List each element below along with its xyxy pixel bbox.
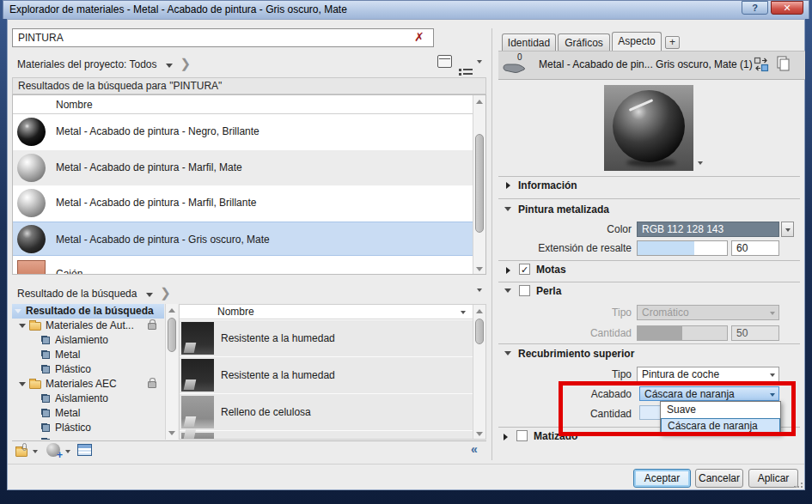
table-row[interactable]: Metal - Acabado de pintura - Marfil, Bri… <box>13 185 473 222</box>
library-dropdown[interactable]: Resultado de la búsqueda ❯ <box>17 285 171 301</box>
expander-icon[interactable] <box>504 351 511 355</box>
project-materials-dropdown[interactable]: Materiales del proyecto: Todos ❯ <box>17 56 191 71</box>
collapse-panel-icon[interactable]: « <box>471 442 478 456</box>
tree-item-search-result[interactable]: Resultado de la búsqueda <box>12 304 164 319</box>
tree-item-class[interactable]: Aislamiento <box>12 333 164 348</box>
dropdown-option-suave[interactable]: Suave <box>661 402 780 418</box>
color-dropdown-button[interactable] <box>781 222 794 237</box>
close-button[interactable]: ✕ <box>771 1 803 15</box>
list-item-partial[interactable] <box>180 431 473 440</box>
expander-icon[interactable] <box>504 288 511 293</box>
tree-scrollbar[interactable] <box>165 304 178 440</box>
add-tab-button[interactable]: + <box>665 36 680 49</box>
expander-icon[interactable] <box>19 324 26 328</box>
cancel-button[interactable]: Cancelar <box>695 469 743 488</box>
table-row[interactable]: Cajón <box>13 257 473 275</box>
section-matizado[interactable]: Matizado <box>534 430 577 442</box>
expander-icon[interactable] <box>19 382 26 386</box>
list-scrollbar[interactable] <box>473 305 485 440</box>
list-item[interactable]: Resistente a la humedad <box>180 320 473 356</box>
scroll-down-icon[interactable] <box>476 267 483 271</box>
topcoat-type-combobox[interactable]: Pintura de coche <box>637 367 779 382</box>
material-preview[interactable] <box>604 85 693 171</box>
tree-item-class[interactable]: Plástico <box>12 421 164 435</box>
table-row[interactable]: Metal - Acabado de pintura - Negro, Bril… <box>13 114 473 150</box>
scroll-up-icon[interactable] <box>476 100 483 104</box>
column-header-nombre[interactable]: Nombre <box>180 305 473 319</box>
scroll-up-icon[interactable] <box>476 309 483 313</box>
swap-material-icon[interactable] <box>754 57 769 72</box>
tree-item-folder[interactable]: Materiales AEC <box>12 377 164 392</box>
tree-item-class[interactable]: Plástico <box>12 362 164 377</box>
expander-icon[interactable] <box>506 182 510 189</box>
material-class-icon <box>41 365 50 373</box>
highlight-extension-value[interactable]: 60 <box>731 240 779 256</box>
scroll-down-icon[interactable] <box>476 432 483 436</box>
chevron-down-icon <box>770 393 775 397</box>
tab-identidad[interactable]: Identidad <box>502 33 556 52</box>
create-material-icon[interactable]: + <box>46 443 60 457</box>
tree-item-folder[interactable]: Materiales de Aut... <box>12 319 164 333</box>
apply-button[interactable]: Aplicar <box>748 469 798 488</box>
table-row-selected[interactable]: Metal - Acabado de pintura - Gris oscuro… <box>13 222 473 256</box>
library-manage-arrow-icon[interactable] <box>33 450 38 453</box>
section-perla[interactable]: Perla <box>536 285 561 297</box>
scrollbar-thumb[interactable] <box>475 319 484 344</box>
lock-icon <box>148 381 156 388</box>
scrollbar-vertical[interactable] <box>473 95 485 275</box>
clear-search-icon[interactable]: ✗ <box>414 30 424 44</box>
expander-icon[interactable] <box>506 267 510 274</box>
motas-checkbox[interactable]: ✓ <box>519 264 530 275</box>
sort-arrow-icon[interactable] <box>461 311 466 314</box>
dropdown-option-cascara[interactable]: Cáscara de naranja <box>661 418 780 434</box>
create-material-arrow-icon[interactable] <box>65 450 70 453</box>
highlight-extension-label: Extensión de resalte <box>498 242 632 254</box>
library-label: Resultado de la búsqueda <box>17 288 137 300</box>
topcoat-type-label: Tipo <box>498 368 632 380</box>
resize-grip[interactable] <box>794 486 796 488</box>
color-swatch-field[interactable]: RGB 112 128 143 <box>637 222 779 237</box>
matizado-checkbox[interactable] <box>516 430 528 441</box>
open-editor-icon[interactable] <box>77 444 92 456</box>
perla-checkbox[interactable] <box>519 285 530 296</box>
view-options-arrow-icon[interactable] <box>477 288 482 292</box>
tree-item-class[interactable]: Metal <box>12 348 164 362</box>
list-item[interactable]: Relleno de celulosa <box>180 394 473 430</box>
expander-icon[interactable] <box>504 207 511 211</box>
topcoat-finish-combobox[interactable]: Cáscara de naranja <box>639 386 779 401</box>
section-pintura-metalizada[interactable]: Pintura metalizada <box>518 203 609 216</box>
tab-aspecto[interactable]: Aspecto <box>612 32 662 52</box>
tree-item-class[interactable]: Metal <box>12 406 164 421</box>
table-row[interactable]: Metal - Acabado de pintura - Marfil, Mat… <box>13 150 473 185</box>
title-bar[interactable]: Explorador de materiales - Metal - Acaba… <box>3 0 809 19</box>
highlight-extension-slider[interactable] <box>637 240 728 256</box>
accept-button[interactable]: Aceptar <box>633 469 691 488</box>
dock-panel-icon[interactable] <box>437 55 452 68</box>
preview-options-arrow-icon[interactable] <box>698 161 703 165</box>
scroll-up-icon[interactable] <box>168 308 175 313</box>
divider <box>498 260 800 261</box>
splitter[interactable] <box>491 28 492 460</box>
section-motas[interactable]: Motas <box>536 264 566 276</box>
view-options-arrow-icon[interactable] <box>477 60 482 64</box>
breadcrumb-chevron-icon: ❯ <box>160 285 171 300</box>
tree-item-partial[interactable] <box>12 435 164 440</box>
scrollbar-thumb[interactable] <box>475 134 484 233</box>
tab-graficos[interactable]: Gráficos <box>558 33 610 52</box>
expander-icon[interactable] <box>504 434 508 440</box>
folder-icon <box>29 322 41 331</box>
duplicate-material-icon[interactable] <box>775 55 792 72</box>
scroll-down-icon[interactable] <box>168 431 175 435</box>
material-thumbnail <box>17 189 46 217</box>
search-input[interactable]: PINTURA <box>12 28 434 47</box>
help-button[interactable]: ? <box>742 1 768 15</box>
scrollbar-thumb[interactable] <box>168 318 176 352</box>
section-informacion[interactable]: Información <box>518 179 577 191</box>
tree-item-class[interactable]: Aislamiento <box>12 392 164 406</box>
library-manage-icon[interactable] <box>15 445 27 460</box>
section-recubrimiento-superior[interactable]: Recubrimiento superior <box>518 348 634 360</box>
expander-icon[interactable] <box>15 309 21 313</box>
topcoat-amount-slider[interactable] <box>639 405 661 420</box>
column-header-nombre[interactable]: Nombre <box>13 95 473 114</box>
list-item[interactable]: Resistente a la humedad <box>180 357 473 393</box>
